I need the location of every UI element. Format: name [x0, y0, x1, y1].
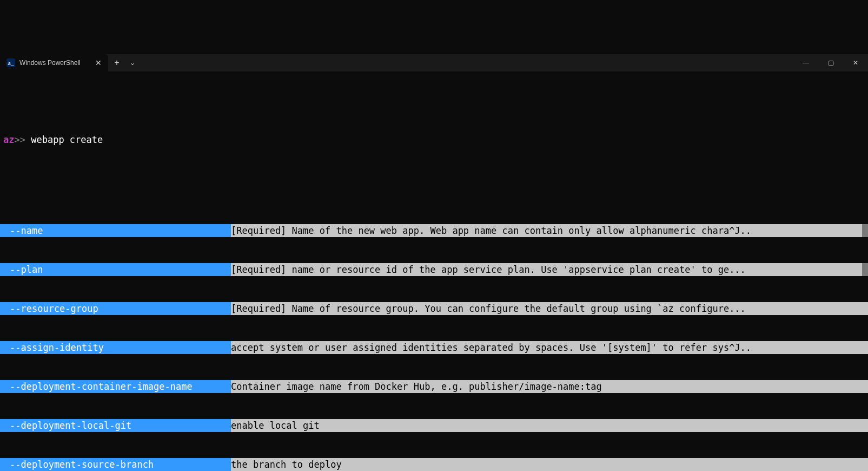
completion-item[interactable]: --deployment-container-image-nameContain… [0, 380, 868, 393]
tabbar-controls: + ⌄ [108, 54, 140, 71]
command-input[interactable]: webapp create [25, 134, 103, 145]
completion-item[interactable]: --plan[Required] name or resource id of … [0, 263, 868, 276]
tab-title: Windows PowerShell [19, 59, 81, 67]
prompt-az: az [3, 134, 14, 145]
completion-menu[interactable]: --name[Required] Name of the new web app… [0, 198, 868, 471]
completion-description: [Required] name or resource id of the ap… [231, 263, 862, 276]
completion-option: --plan [0, 263, 231, 276]
window-controls: — ▢ ✕ [793, 54, 868, 71]
powershell-icon: ≥_ [6, 58, 15, 67]
completion-scrollbar[interactable] [862, 263, 868, 276]
completion-item[interactable]: --resource-group[Required] Name of resou… [0, 302, 868, 315]
completion-option: --name [0, 224, 231, 237]
completion-option: --assign-identity [0, 341, 231, 354]
tab-powershell[interactable]: ≥_ Windows PowerShell ✕ [0, 54, 108, 71]
maximize-button[interactable]: ▢ [818, 54, 843, 71]
prompt-caret: >> [14, 134, 25, 145]
completion-description: [Required] Name of the new web app. Web … [231, 224, 862, 237]
completion-description: Container image name from Docker Hub, e.… [231, 380, 862, 393]
completion-scrollbar[interactable] [862, 224, 868, 237]
terminal[interactable]: az>> webapp create --name[Required] Name… [0, 93, 868, 471]
completion-description: enable local git [231, 419, 862, 432]
tab-close-icon[interactable]: ✕ [95, 58, 102, 67]
completion-description: accept system or user assigned identitie… [231, 341, 862, 354]
completion-scrollbar-track[interactable] [862, 302, 868, 315]
close-window-button[interactable]: ✕ [843, 54, 868, 71]
minimize-button[interactable]: — [793, 54, 818, 71]
completion-scrollbar-track[interactable] [862, 341, 868, 354]
completion-description: [Required] Name of resource group. You c… [231, 302, 862, 315]
completion-description: the branch to deploy [231, 458, 862, 471]
prompt-line: az>> webapp create [0, 132, 868, 146]
completion-item[interactable]: --deployment-source-branchthe branch to … [0, 458, 868, 471]
completion-option: --deployment-container-image-name [0, 380, 231, 393]
completion-item[interactable]: --name[Required] Name of the new web app… [0, 224, 868, 237]
completion-scrollbar-track[interactable] [862, 419, 868, 432]
completion-option: --resource-group [0, 302, 231, 315]
tab-dropdown-button[interactable]: ⌄ [125, 54, 140, 71]
new-tab-button[interactable]: + [108, 54, 125, 71]
completion-scrollbar-track[interactable] [862, 380, 868, 393]
completion-option: --deployment-source-branch [0, 458, 231, 471]
completion-option: --deployment-local-git [0, 419, 231, 432]
completion-item[interactable]: --assign-identityaccept system or user a… [0, 341, 868, 354]
titlebar: ≥_ Windows PowerShell ✕ + ⌄ — ▢ ✕ [0, 54, 868, 71]
completion-scrollbar-track[interactable] [862, 458, 868, 471]
completion-item[interactable]: --deployment-local-gitenable local git [0, 419, 868, 432]
